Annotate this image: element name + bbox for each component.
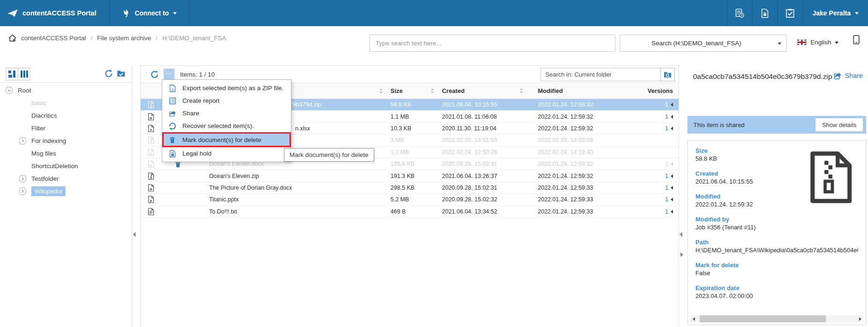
versions-arrow-icon [671,127,673,130]
tree-item-for-indexing[interactable]: For indexing [0,135,132,147]
prop-label[interactable]: Expiration date [695,284,858,292]
column-modified[interactable]: Modified [531,87,636,94]
properties-card: Size58.8 KB Created2021.06.04. 10:15:55 … [687,140,866,325]
zip-file-icon [141,136,161,144]
columns-view-button[interactable] [18,68,30,80]
versions-cell[interactable]: 1 [636,173,679,179]
share-link[interactable]: Share [833,71,863,80]
user-menu[interactable]: Jake Peralta [803,0,868,26]
tree-item-root[interactable]: Root [0,84,132,97]
tree-item-testfolder[interactable]: Testfolder [0,172,132,185]
chevron-down-icon [778,43,781,47]
item-title: 0a5ca0cb7a534514b504e0c3679b379d.zip [693,71,836,82]
word-file-icon [141,184,161,192]
search-options-toggle[interactable] [773,35,787,52]
tasks-button[interactable] [777,0,803,26]
menu-item-export-zip[interactable]: Export selected item(s) as a ZIP file. [162,82,291,94]
user-name: Jake Peralta [812,9,851,17]
plug-icon [122,9,130,17]
breadcrumb: contentACCESS Portal / File system archi… [8,26,226,50]
brand-logo[interactable]: contentACCESS Portal [0,0,109,26]
expand-arrow-icon[interactable] [19,137,27,145]
sort-name-icon[interactable] [379,88,383,94]
sidebar-header [0,65,132,83]
menu-item-recover[interactable]: Recover selected item(s). [162,120,291,132]
scrollbar-thumb[interactable] [700,315,826,322]
prop-label[interactable]: Path [695,238,858,246]
versions-arrow-icon [671,103,673,107]
breadcrumb-separator: / [156,35,158,42]
refresh-tree-icon[interactable] [105,70,113,78]
menu-item-share[interactable]: Share [162,107,291,120]
show-details-button[interactable]: Show details [816,118,863,131]
zip-file-icon [141,172,161,180]
tree-item-diacritics[interactable]: Diacritics [0,109,132,122]
search-in-input[interactable] [541,68,660,81]
versions-cell[interactable]: 1 [636,196,679,203]
share-icon [833,71,842,80]
more-actions-button[interactable]: ... [164,69,174,80]
scroll-left-arrow[interactable] [690,317,697,321]
menu-item-legal-hold[interactable]: Legal hold [162,147,291,160]
connect-to-menu[interactable]: Connect to [110,0,189,26]
home-icon[interactable] [8,34,16,42]
column-size[interactable]: Size [391,87,403,94]
search-button[interactable]: Search (H:\DEMO_tenant_FSA) [620,35,773,52]
zip-file-large-icon [809,151,854,204]
excel-file-icon [141,125,161,132]
versions-cell[interactable]: 1 [636,125,679,132]
tree-item-wikipedia[interactable]: Wikipedia [0,185,132,198]
prop-value: 2023.04.07. 02:00:00 [695,292,858,300]
folder-check-icon[interactable] [117,70,125,78]
folder-search-button[interactable] [660,68,675,81]
powerpoint-file-icon [141,196,161,203]
prop-label[interactable]: Modified by [695,215,858,223]
table-row[interactable]: To Do!!!.txt 469 B 2021.06.04. 13:34:52 … [141,206,679,218]
language-selector[interactable]: English [797,39,839,46]
column-created[interactable]: Created [442,87,464,94]
audit-log-button[interactable] [727,0,752,26]
search-input[interactable] [369,35,615,52]
scroll-right-arrow[interactable] [857,317,863,321]
expand-panel-handle[interactable] [680,252,683,257]
chevron-down-icon [835,42,839,46]
refresh-list-icon[interactable] [151,71,159,78]
versions-cell[interactable]: 1 [636,114,679,120]
sort-created-icon[interactable] [519,88,523,94]
tiles-view-button[interactable] [6,68,18,80]
legal-hold-button[interactable] [752,0,777,26]
tree-item-shortcutdeletion[interactable]: ShortcutDeletion [0,160,132,172]
breadcrumb-home[interactable]: contentACCESS Portal [21,35,86,42]
tooltip: Mark document(s) for delete [284,148,374,162]
expand-arrow-icon[interactable] [19,187,27,195]
sort-size-icon[interactable] [430,88,434,94]
tree-item-basic[interactable]: basic [0,97,132,109]
versions-cell[interactable]: 1 [636,208,679,215]
tree-item-msg-files[interactable]: Msg files [0,147,132,160]
table-row[interactable]: The Picture of Dorian Gray.docx 298.5 KB… [141,182,679,194]
language-label: English [810,39,831,46]
zip-file-icon [141,101,161,108]
versions-cell[interactable]: 1 [636,185,679,191]
collapse-panel-handle[interactable] [680,232,682,237]
expand-arrow-icon[interactable] [19,175,27,183]
prop-value: H:\DEMO_tenant_FSA\Wikipedia\0a5ca0cb7a5… [695,246,858,255]
horizontal-scrollbar[interactable] [690,315,863,322]
table-row[interactable]: Ocean's Eleven.zip 191.3 KB 2021.06.04. … [141,170,679,182]
legal-hold-icon [168,150,176,157]
folder-tree: Root basic Diacritics Filter For indexin… [0,83,132,198]
mobile-view-button[interactable] [853,35,860,44]
prop-label[interactable]: Mark for delete [695,261,858,269]
collapse-arrow-icon[interactable] [5,86,13,94]
tree-item-filter[interactable]: Filter [0,122,132,135]
menu-item-mark-for-delete[interactable]: Mark document(s) for delete [162,132,291,147]
collapse-sidebar-handle[interactable] [133,232,136,237]
breadcrumb-section[interactable]: File system archive [97,35,152,42]
versions-arrow-icon [671,174,673,178]
menu-item-create-report[interactable]: Create report [162,94,291,107]
zip-export-icon [168,85,176,92]
trash-icon [168,136,176,143]
chevron-down-icon [173,12,177,16]
versions-cell[interactable]: 1 [636,101,679,108]
table-row[interactable]: Titanic.pptx 5.2 MB 2020.09.28. 15:02:32… [141,194,679,206]
